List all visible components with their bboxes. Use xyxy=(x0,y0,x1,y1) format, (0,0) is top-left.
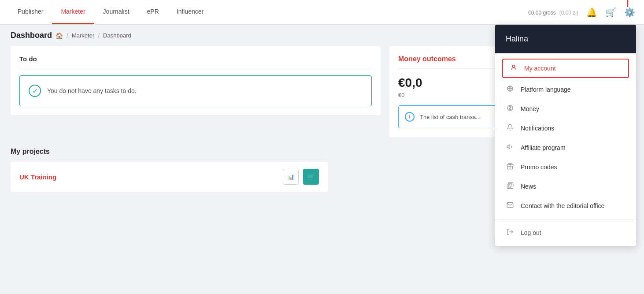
project-chart-button[interactable]: 📊 xyxy=(283,169,299,185)
left-column: To do ✓ You do not have any tasks to do. xyxy=(11,46,381,137)
nav-tab-marketer[interactable]: Marketer xyxy=(52,0,94,24)
cash-info-text: The list of cash transa... xyxy=(420,114,481,120)
project-actions: 📊 🛒 xyxy=(283,169,319,185)
breadcrumb-current: Dashboard xyxy=(103,32,131,39)
price-display: €0,00 gross (0,00 zł) xyxy=(528,9,578,16)
globe-icon xyxy=(506,85,514,94)
project-card: UK Training 📊 🛒 xyxy=(11,162,328,192)
mail-icon xyxy=(506,201,514,202)
bell-icon: 🔔 xyxy=(586,7,597,18)
menu-item-promo-codes[interactable]: Promo codes xyxy=(495,157,636,177)
menu-item-money-label: Money xyxy=(521,105,539,112)
chart-icon: 📊 xyxy=(287,174,295,180)
menu-item-notifications-label: Notifications xyxy=(521,125,554,132)
money-title: Money outcomes xyxy=(398,55,504,69)
money-icon xyxy=(506,104,514,113)
nav-tab-epr[interactable]: ePR xyxy=(138,0,168,24)
money-panel: Money outcomes €0,0 €0 i The list of cas… xyxy=(389,46,513,137)
todo-empty-state: ✓ You do not have any tasks to do. xyxy=(19,75,372,106)
money-amount: €0,0 xyxy=(398,76,504,90)
cash-info-box: i The list of cash transa... xyxy=(398,105,504,128)
user-icon xyxy=(509,64,518,73)
gift-icon xyxy=(506,163,514,171)
bell-icon xyxy=(506,124,514,133)
todo-panel: To do ✓ You do not have any tasks to do. xyxy=(11,46,381,115)
breadcrumb-sep-1: / xyxy=(67,32,68,39)
user-dropdown: Halina My account Platform language Mone… xyxy=(495,25,636,202)
dropdown-header: Halina xyxy=(495,25,636,53)
nav-tabs: Publisher Marketer Journalist ePR Influe… xyxy=(9,0,212,24)
project-cart-button[interactable]: 🛒 xyxy=(303,169,319,185)
dropdown-username: Halina xyxy=(506,34,528,43)
gear-wrapper: ⚙️ xyxy=(624,7,635,18)
menu-item-my-account-label: My account xyxy=(524,65,556,72)
breadcrumb-sep-2: / xyxy=(98,32,100,39)
project-name: UK Training xyxy=(19,173,56,181)
right-column: Money outcomes €0,0 €0 i The list of cas… xyxy=(389,46,513,137)
gear-icon: ⚙️ xyxy=(624,7,635,18)
menu-item-news-label: News xyxy=(521,183,536,190)
cart-button[interactable]: 🛒 xyxy=(605,7,616,18)
menu-item-notifications[interactable]: Notifications xyxy=(495,119,636,138)
menu-item-money[interactable]: Money xyxy=(495,99,636,119)
settings-button[interactable]: ⚙️ xyxy=(624,7,635,18)
nav-tab-publisher[interactable]: Publisher xyxy=(9,0,52,24)
info-icon: i xyxy=(405,112,415,122)
menu-item-promo-codes-label: Promo codes xyxy=(521,164,557,171)
cart-icon: 🛒 xyxy=(307,174,315,180)
nav-tab-influencer[interactable]: Influencer xyxy=(168,0,212,24)
nav-tab-journalist[interactable]: Journalist xyxy=(94,0,138,24)
dropdown-body: My account Platform language Money Notif… xyxy=(495,53,636,202)
cart-icon: 🛒 xyxy=(605,7,616,18)
newspaper-icon xyxy=(506,182,514,191)
menu-item-contact[interactable]: Contact with the editorial office xyxy=(495,196,636,202)
menu-item-affiliate-label: Affiliate program xyxy=(521,144,566,151)
svg-point-1 xyxy=(512,65,514,67)
menu-item-news[interactable]: News xyxy=(495,177,636,196)
menu-item-platform-language-label: Platform language xyxy=(521,86,571,93)
breadcrumb-separator: 🏠 xyxy=(56,32,63,39)
top-navigation: Publisher Marketer Journalist ePR Influe… xyxy=(0,0,644,25)
check-circle-icon: ✓ xyxy=(29,85,41,97)
menu-item-my-account[interactable]: My account xyxy=(502,59,629,78)
todo-title: To do xyxy=(19,55,372,68)
breadcrumb-marketer[interactable]: Marketer xyxy=(72,32,94,39)
page-title: Dashboard xyxy=(11,31,52,40)
menu-item-affiliate[interactable]: Affiliate program xyxy=(495,138,636,157)
nav-right: €0,00 gross (0,00 zł) 🔔 🛒 ⚙️ xyxy=(528,7,635,18)
money-sub: €0 xyxy=(398,92,504,98)
svg-marker-4 xyxy=(507,145,510,149)
notifications-button[interactable]: 🔔 xyxy=(586,7,597,18)
megaphone-icon xyxy=(506,143,514,152)
menu-item-platform-language[interactable]: Platform language xyxy=(495,80,636,99)
home-icon[interactable]: 🏠 xyxy=(56,32,63,39)
todo-empty-message: You do not have any tasks to do. xyxy=(47,87,137,94)
